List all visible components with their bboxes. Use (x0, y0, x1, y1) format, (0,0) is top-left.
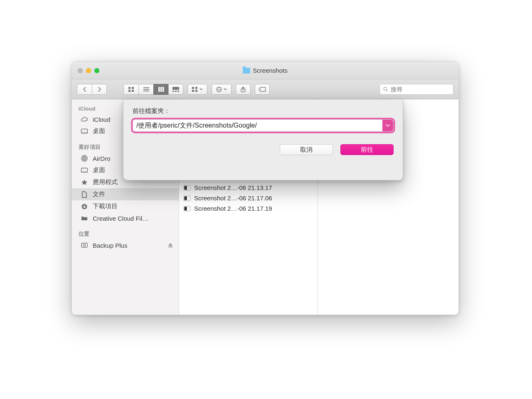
docs-icon (80, 191, 89, 198)
svg-line-26 (217, 91, 218, 91)
svg-rect-13 (177, 91, 179, 92)
share-button[interactable] (236, 84, 251, 95)
svg-rect-15 (195, 87, 197, 89)
nav-buttons (77, 84, 107, 95)
go-to-folder-sheet: 前往檔案夾： 取消 前往 (123, 100, 403, 180)
sidebar-item[interactable]: 下載項目 (72, 200, 179, 212)
sidebar-item-label: 桌面 (93, 127, 105, 135)
forward-button[interactable] (92, 84, 107, 95)
file-name: Screenshot 2…-06 21.13.17 (194, 184, 272, 191)
file-icon (183, 195, 191, 202)
file-name: Screenshot 2…-06 21.17.06 (194, 195, 272, 202)
svg-rect-6 (143, 91, 149, 91)
svg-rect-4 (143, 87, 149, 88)
file-icon (183, 205, 191, 212)
eject-icon[interactable] (168, 242, 173, 249)
apps-icon (80, 179, 89, 186)
titlebar: Screenshots (72, 62, 458, 79)
sheet-actions: 取消 前往 (133, 144, 394, 155)
arrange-button[interactable] (187, 84, 207, 95)
window-title: Screenshots (72, 67, 458, 74)
sidebar-section-header: 位置 (72, 228, 179, 239)
svg-rect-16 (192, 90, 194, 92)
minimize-window-button[interactable] (86, 68, 91, 73)
svg-point-35 (83, 157, 86, 160)
search-icon (383, 86, 388, 92)
svg-rect-10 (172, 87, 179, 90)
file-row[interactable]: Screenshot 2…-06 21.17.06 (179, 193, 318, 203)
sidebar-item-label: AirDro (93, 155, 111, 162)
view-mode-buttons (123, 84, 183, 95)
search-field[interactable] (379, 84, 453, 95)
sheet-label: 前往檔案夾： (133, 107, 394, 115)
sidebar-item-label: 應用程式 (93, 178, 118, 186)
svg-rect-9 (163, 87, 164, 92)
svg-rect-11 (172, 91, 174, 92)
search-input[interactable] (391, 86, 450, 93)
close-window-button[interactable] (78, 68, 83, 73)
svg-point-29 (260, 89, 261, 90)
svg-rect-38 (81, 171, 87, 172)
cancel-button[interactable]: 取消 (280, 144, 333, 155)
svg-rect-3 (132, 90, 134, 92)
sidebar-item-label: 桌面 (93, 166, 105, 174)
path-input[interactable] (133, 120, 382, 131)
sidebar-item-label: 下載項目 (93, 202, 118, 210)
svg-point-34 (84, 158, 85, 159)
svg-point-19 (218, 89, 219, 90)
svg-rect-33 (81, 132, 87, 133)
toolbar (72, 79, 458, 99)
column-view-button[interactable] (153, 84, 168, 95)
downloads-icon (80, 203, 89, 210)
svg-rect-7 (158, 87, 160, 92)
cloud-icon (80, 116, 89, 123)
svg-rect-0 (128, 87, 131, 89)
folder-icon (243, 68, 250, 74)
svg-rect-14 (192, 87, 194, 89)
file-row[interactable]: Screenshot 2…-06 21.13.17 (179, 182, 318, 193)
list-view-button[interactable] (138, 84, 153, 95)
svg-rect-62 (185, 196, 187, 200)
airdrop-icon (80, 155, 89, 162)
path-dropdown-button[interactable] (382, 120, 393, 131)
svg-line-24 (217, 87, 218, 88)
sidebar-item[interactable]: 文件 (72, 188, 179, 200)
action-button[interactable] (212, 84, 232, 95)
svg-rect-5 (143, 89, 149, 90)
folder-icon (80, 214, 89, 222)
disk-icon (80, 241, 89, 249)
svg-rect-64 (185, 207, 187, 210)
sidebar-item-label: Backup Plus (93, 242, 127, 249)
svg-rect-8 (160, 87, 162, 92)
sidebar-item[interactable]: Backup Plus (72, 239, 179, 251)
svg-line-25 (221, 91, 222, 91)
sidebar-item[interactable]: Creative Cloud Fil… (72, 212, 179, 224)
desktop-icon (80, 167, 89, 174)
file-name: Screenshot 2…-06 21.17.19 (194, 205, 272, 212)
gallery-view-button[interactable] (168, 84, 183, 95)
zoom-window-button[interactable] (94, 68, 99, 73)
back-button[interactable] (77, 84, 92, 95)
window-title-text: Screenshots (253, 67, 287, 74)
go-button[interactable]: 前往 (340, 144, 394, 155)
file-row[interactable]: Screenshot 2…-06 21.17.19 (179, 203, 318, 214)
svg-rect-2 (128, 90, 131, 92)
svg-line-27 (221, 87, 222, 88)
svg-line-31 (386, 90, 387, 91)
sidebar-item-label: Creative Cloud Fil… (93, 215, 148, 222)
svg-rect-12 (175, 91, 177, 92)
svg-point-41 (84, 244, 86, 246)
window-controls (78, 68, 99, 73)
tags-button[interactable] (255, 84, 270, 95)
sidebar-item-label: iCloud (93, 116, 111, 123)
svg-rect-17 (195, 90, 197, 92)
svg-rect-1 (132, 87, 134, 89)
svg-rect-40 (81, 243, 87, 247)
path-field-wrapper (133, 119, 394, 132)
svg-rect-42 (168, 246, 172, 247)
desktop-icon (80, 128, 89, 135)
icon-view-button[interactable] (123, 84, 138, 95)
file-icon (183, 185, 191, 191)
sidebar-item-label: 文件 (93, 190, 105, 198)
svg-rect-60 (185, 186, 187, 190)
